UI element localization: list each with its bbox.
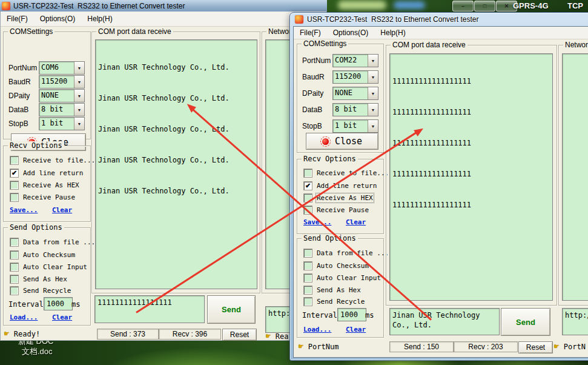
interval-input[interactable]: 1000 [44,297,73,310]
network-data-receive-area[interactable] [562,53,588,301]
datab-select[interactable]: 8 bit ▼ [332,103,378,116]
send-input[interactable]: Jinan USR Technology Co., Ltd. [389,308,500,335]
checkbox-send-recycle[interactable]: Send Recycle [10,286,71,295]
chevron-down-icon[interactable]: ▼ [368,55,378,67]
maximize-button[interactable]: □ [474,1,495,12]
stopb-select[interactable]: 1 bit ▼ [332,119,378,133]
datab-label: DataB [8,105,28,114]
checkbox-receive-to-file[interactable]: Receive to file... [10,156,95,165]
checkbox-label: Auto Checksum [317,262,369,270]
checkbox-receive-pause[interactable]: Receive Pause [303,206,369,215]
menu-options[interactable]: Options(O) [327,28,375,37]
checkbox-receive-as-hex[interactable]: Receive As HEX [10,181,79,190]
chevron-down-icon[interactable]: ▼ [368,71,378,83]
interval-label: Interval [8,300,44,309]
rx-line: Jinan USR Technology Co., Ltd. [98,93,254,104]
datab-value: 8 bit [39,104,74,116]
checkbox-add-line-return[interactable]: ✔ Add line return [10,169,83,178]
send-button[interactable]: Send [501,308,550,336]
checkbox-auto-checksum[interactable]: Auto Checksum [303,261,369,270]
checkbox-label: Auto Checksum [23,251,75,259]
load-link[interactable]: Load... [303,326,331,333]
checkbox-send-recycle[interactable]: Send Recycle [303,297,365,306]
chevron-down-icon[interactable]: ▼ [74,118,84,130]
window-title: USR-TCP232-Test RS232 to Ethernet Conver… [13,2,185,10]
checkbox-label: Receive Pause [317,206,369,214]
load-link[interactable]: Load... [10,313,38,321]
dpaity-select[interactable]: NONE ▼ [332,87,378,100]
com-settings-group: COMSettings PortNum COM6 ▼ BaudR 115200 … [3,32,91,139]
menu-help[interactable]: Help(H) [374,28,411,37]
menu-bar: File(F) Options(O) Help(H) [1,12,326,27]
network-group: Network da [558,45,588,306]
checkbox-label: Send As Hex [23,275,67,283]
minimize-button[interactable]: – [452,1,474,12]
desktop-doc-icon-label[interactable]: 文档.doc [22,346,53,357]
network-url-input[interactable]: http://en [562,308,588,335]
com-data-receive-area[interactable]: Jinan USR Technology Co., Ltd. Jinan USR… [95,39,257,289]
chevron-down-icon[interactable]: ▼ [74,90,84,102]
datab-select[interactable]: 8 bit ▼ [39,103,85,116]
chevron-down-icon[interactable]: ▼ [74,76,84,88]
send-button-label: Send [222,305,241,314]
recv-count-panel: Recv : 396 [159,329,221,340]
baudr-select[interactable]: 115200 ▼ [332,70,378,84]
send-button[interactable]: Send [207,295,256,324]
desktop-icon-blur [394,1,425,9]
portnum-select[interactable]: COM6 ▼ [39,61,85,75]
checkbox-auto-checksum[interactable]: Auto Checksum [10,250,75,260]
clear-link[interactable]: Clear [52,313,72,321]
chevron-down-icon[interactable]: ▼ [368,87,378,99]
red-led-icon [322,138,329,145]
save-link[interactable]: Save... [10,206,38,214]
portnum-select[interactable]: COM22 ▼ [332,54,378,67]
checkbox-box [303,273,312,283]
clear-link[interactable]: Clear [346,326,366,333]
clear-link[interactable]: Clear [346,218,366,226]
app-icon [2,2,10,10]
menu-file[interactable]: File(F) [294,28,327,37]
checkbox-auto-clear-input[interactable]: Auto Clear Input [10,263,87,272]
checkbox-auto-clear-input[interactable]: Auto Clear Input [303,273,381,283]
baudr-select[interactable]: 115200 ▼ [39,75,85,89]
menu-help[interactable]: Help(H) [81,15,118,23]
close-port-button[interactable]: Close [306,133,378,150]
title-bar[interactable]: USR-TCP232-Test RS232 to Ethernet Conver… [290,13,588,26]
checkbox-label: Receive As HEX [23,181,79,189]
chevron-down-icon[interactable]: ▼ [74,62,84,74]
recv-count-panel: Recv : 203 [454,341,518,352]
menu-file[interactable]: File(F) [1,15,34,23]
stopb-select[interactable]: 1 bit ▼ [39,117,85,130]
checkbox-box [10,263,19,272]
baudr-label: BaudR [8,78,31,86]
tcp-label: TCP [567,1,583,10]
send-input[interactable]: 11111111111111111 [94,295,205,323]
interval-input[interactable]: 1000 [337,308,366,321]
hand-pointer-icon: ☛ [554,342,559,351]
chevron-down-icon[interactable]: ▼ [368,104,378,116]
chevron-down-icon[interactable]: ▼ [368,120,378,132]
group-caption: COM port data receive [391,41,467,49]
reset-button[interactable]: Reset [222,329,257,341]
com-data-receive-area[interactable]: 111111111111111111 111111111111111111 11… [389,53,553,301]
checkbox-box [10,238,19,247]
title-bar[interactable]: USR-TCP232-Test RS232 to Ethernet Conver… [0,0,327,12]
foreground-window: USR-TCP232-Test RS232 to Ethernet Conver… [289,12,588,361]
rx-line: Jinan USR Technology Co., Ltd. [98,155,254,166]
checkbox-send-as-hex[interactable]: Send As Hex [303,286,361,295]
screen: – □ ✕ GPRS-4G TCP 新建 DOC 文档.doc USR-TCP2… [0,0,588,365]
clear-link[interactable]: Clear [52,206,72,214]
reset-button[interactable]: Reset [518,341,553,353]
checkbox-data-from-file[interactable]: Data from file ... [303,249,389,258]
background-window-controls: – □ ✕ [452,1,517,12]
window-body: File(F) Options(O) Help(H) COMSettings P… [0,12,327,341]
dpaity-select[interactable]: NONE ▼ [39,89,85,102]
checkbox-send-as-hex[interactable]: Send As Hex [10,275,67,284]
com-data-receive-group: COM port data receive Jinan USR Technolo… [91,32,260,293]
menu-options[interactable]: Options(O) [34,15,82,23]
checkbox-add-line-return[interactable]: ✔ Add line return [303,181,377,190]
checkbox-data-from-file[interactable]: Data from file ... [10,238,95,247]
chevron-down-icon[interactable]: ▼ [74,104,84,116]
rx-line: 111111111111111111 [392,107,550,118]
checkbox-receive-pause[interactable]: Receive Pause [10,193,75,202]
